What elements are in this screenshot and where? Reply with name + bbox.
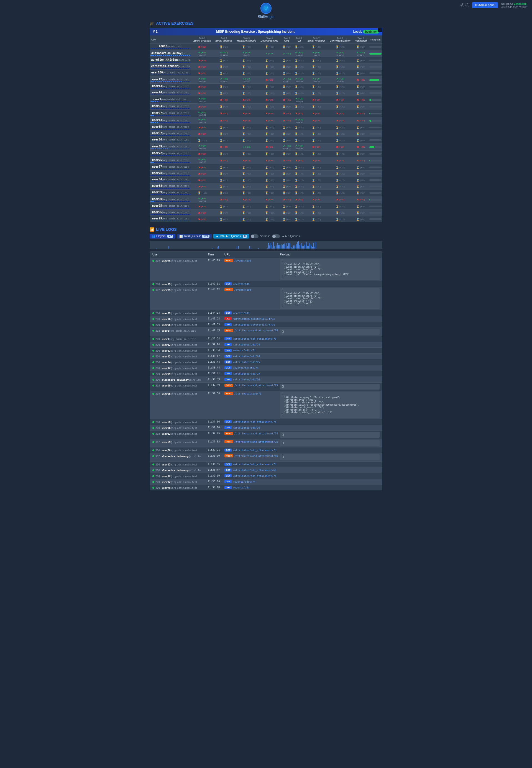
score-row: user75@org-admin.main.test✔(+10)10:43:50… [150,157,382,164]
log-row: 200user96@org-admin.main.test11:41:53GET… [150,322,382,327]
log-row: 200user69@org-admin.main.test11:38:41GET… [150,371,382,377]
score-row: user96@org-admin.main.test✖(+10)⏳(+20)⏳(… [150,210,382,216]
expand-icon[interactable]: ⛶ [378,28,382,32]
score-row: user12@org-admin.main.test✔(+10)10:43:32… [150,76,382,84]
score-row: user14@org-admin.main.test✖(+10)⏳(+20)⏳(… [150,90,382,96]
score-row: user84@org-admin.main.test✖(+10)⏳(+20)⏳(… [150,177,382,183]
live-logs-header: 📶 LIVE LOGS [150,227,382,232]
log-row: 200alexandre.dulaunoy@circl.lu11:38:39GE… [150,377,382,382]
log-row: 302user69@org-admin.main.test11:37:59POS… [150,382,382,391]
log-row: 200user12@org-admin.main.test11:38:54GET… [150,347,382,353]
api-queries-toggle[interactable] [272,234,280,238]
score-row: christian.studer@circl.lu✖(+10)⏳(+20)⏳(+… [150,64,382,70]
log-row: 200user96@org-admin.main.test11:41:54DEL… [150,316,382,322]
log-row: 200user69@org-admin.main.test11:37:36GET… [150,419,382,425]
exercise-rank: # 1 [153,30,158,34]
score-row: user88@org-admin.main.test✖(+10)⏳(+20)⏳(… [150,183,382,190]
exercise-title: MISP Encoding Exercise : Spearphishing I… [216,30,295,34]
score-row: user66@org-admin.main.test⏳(+10)⏳(+20)⏳(… [150,137,382,144]
score-row: alexandre.dulaunoy@circ…✔(+10)10:43:50✔(… [150,50,382,57]
score-row: user78@org-admin.main.test✖(+10)⏳(+20)⏳(… [150,171,382,177]
signal-icon: 📶 [150,227,154,232]
log-row: 200user75@org-admin.main.test11:45:11GET… [150,281,382,287]
players-badge: 👥 Players: 27 [150,234,175,239]
score-row: user55@org-admin.main.test✖(+10)⏳(+20)⏳(… [150,124,382,131]
brand-logo: SkillAegis [150,3,382,19]
log-row: 302user96@org-admin.main.test11:37:58POS… [150,391,382,419]
score-row: user24@org-admin.main.test✖(+10)⏳(+20)⏳(… [150,104,382,110]
score-row: aurelien.thirion@circl.lu✖(+10)⏳(+20)⏳(+… [150,57,382,64]
active-exercises-header: 🎓 ACTIVE EXERCISES [150,21,382,25]
score-row: user95@org-admin.main.test✖(+10)⏳(+20)⏳(… [150,203,382,210]
score-row: admin@admin.test✖(+10)⏳(+20)⏳(+20)⏳(+20)… [150,44,382,50]
score-row: user89@org-admin.main.test⏳(+10)⏳(+20)⏳(… [150,190,382,196]
verbose-toggle[interactable] [251,234,259,238]
score-row: user57@org-admin.main.test✖(+10)⏳(+20)⏳(… [150,131,382,137]
admin-panel-button[interactable]: ⚙ Admin panel [472,2,498,8]
score-row: user1@org-admin.main.test✔(+10)10:43:54✖… [150,96,382,104]
total-queries-badge: 📊 Total Queries: 119 [177,234,211,239]
log-row: 200user75@org-admin.main.test11:44:04GET… [150,310,382,316]
log-row: 302user75@org-admin.main.test11:45:29POS… [150,258,382,281]
log-row: 200user12@org-admin.main.test11:38:47GET… [150,353,382,359]
score-row: user90@org-admin.main.test✔(+10)10:43:31… [150,196,382,203]
log-row: 200user12@org-admin.main.test11:36:56GET… [150,461,382,467]
log-row: 302user75@org-admin.main.test11:44:22POS… [150,287,382,310]
score-row: user100@org-admin.main.test✖(+10)⏳(+20)⏳… [150,70,382,76]
log-row: 200user12@org-admin.main.test11:39:14GET… [150,342,382,347]
log-row: 200user12@org-admin.main.test11:35:19GET… [150,473,382,479]
logs-table: User Time URL Payload 302user75@org-admi… [150,251,382,490]
log-row: 200user1@org-admin.main.test11:39:54GET/… [150,336,382,342]
score-row: user13@org-admin.main.test✖(+10)⏳(+20)⏳(… [150,84,382,90]
socket-status: Socket.IO: Connected Last keep-alive: 4s… [501,2,526,8]
score-row: user99@org-admin.main.test✖(+10)⏳(+20)⏳(… [150,216,382,222]
score-row: user43@org-admin.main.test✔(+10)10:43:52… [150,117,382,124]
log-row: 302alexandre.dulaunoy@circl.lu11:36:59PO… [150,453,382,461]
log-row: 200user69@org-admin.main.test11:37:01GET… [150,447,382,453]
log-row: 200user96@org-admin.main.test11:37:36GET… [150,425,382,431]
log-row: 302user1@org-admin.main.test11:41:09POST… [150,327,382,336]
score-row: user69@org-admin.main.test✔(+10)10:43:54… [150,144,382,151]
theme-toggle[interactable]: ◐☾ [461,3,469,7]
graduation-icon: 🎓 [150,21,154,25]
api-queries-badge: ☁ Total API Queries: 0 [213,234,249,239]
exercise-level: Level: beginner [353,30,379,34]
activity-sparkline [150,241,382,249]
log-row: 302user12@org-admin.main.test11:37:25POS… [150,431,382,439]
log-row: 200user12@org-admin.main.test11:35:09GET… [150,479,382,485]
score-row: user77@org-admin.main.test✖(+10)⏳(+20)⏳(… [150,164,382,171]
log-row: 200user78@org-admin.main.test11:34:18GET… [150,485,382,490]
score-row: user72@org-admin.main.test✖(+10)⏳(+20)⏳(… [150,151,382,157]
log-row: 200user24@org-admin.main.test11:38:44GET… [150,359,382,365]
log-row: 200user12@org-admin.main.test11:38:44GET… [150,365,382,371]
log-row: 302user69@org-admin.main.test11:37:33POS… [150,439,382,447]
log-row: 200alexandre.dulaunoy@circl.lu11:36:47GE… [150,467,382,473]
exercise-card: # 1 MISP Encoding Exercise : Spearphishi… [150,28,382,222]
score-row: user27@org-admin.main.test✔(+10)10:43:31… [150,110,382,117]
